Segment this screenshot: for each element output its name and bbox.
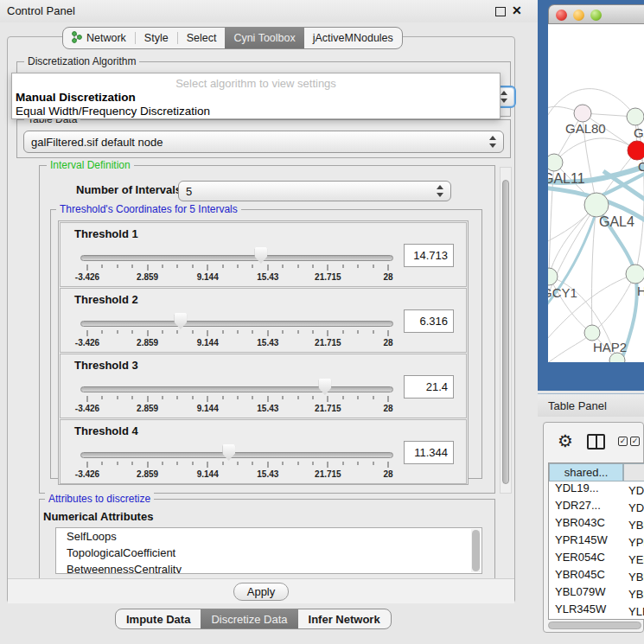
network-view-window: GAL80GACGAL11GAL4GCY1HHAP2 bbox=[538, 0, 644, 391]
table-cell[interactable]: YBR04 bbox=[623, 571, 644, 583]
list-scrollbar[interactable] bbox=[471, 529, 481, 572]
dropdown-option-manual[interactable]: Manual Discretization bbox=[16, 91, 136, 104]
gear-icon[interactable]: ⚙ bbox=[558, 431, 573, 450]
zoom-traffic-light-icon[interactable] bbox=[590, 10, 602, 21]
table-cell[interactable]: YDR27... bbox=[549, 499, 623, 512]
horizontal-scrollbar[interactable] bbox=[548, 622, 641, 630]
table-cell[interactable]: YLR34 bbox=[623, 605, 644, 618]
slider-tick bbox=[207, 330, 208, 336]
table-cell[interactable]: YDL19... bbox=[549, 481, 623, 494]
threshold-value-field[interactable]: 14.713 bbox=[404, 244, 454, 267]
table-row[interactable]: YBL079WYBL07 bbox=[549, 585, 644, 603]
table-row[interactable]: YER054CYER05 bbox=[549, 551, 644, 568]
network-node-partial-right[interactable] bbox=[626, 265, 644, 284]
slider-tick bbox=[163, 265, 163, 268]
tab-style[interactable]: Style bbox=[136, 28, 177, 48]
checkbox-icon[interactable]: ✓ bbox=[618, 437, 628, 446]
list-item[interactable]: SelfLoops bbox=[56, 528, 481, 545]
table-row[interactable]: YLR345WYLR34 bbox=[549, 603, 644, 620]
minimize-traffic-light-icon[interactable] bbox=[573, 10, 584, 21]
panel-title: Control Panel bbox=[7, 4, 75, 17]
slider-handle[interactable] bbox=[254, 247, 267, 264]
slider-tick-label: 2.859 bbox=[137, 272, 158, 282]
close-traffic-light-icon[interactable] bbox=[556, 10, 567, 21]
table-cell[interactable]: YPR145W bbox=[549, 533, 623, 546]
tab-cyni-toolbox[interactable]: Cyni Toolbox bbox=[225, 28, 303, 48]
column-header-name[interactable]: n... bbox=[623, 463, 644, 481]
network-node-GAL11[interactable] bbox=[548, 154, 563, 171]
slider-handle[interactable] bbox=[174, 313, 187, 329]
table-cell[interactable]: YER054C bbox=[549, 551, 623, 564]
slider-tick bbox=[192, 330, 193, 334]
network-window-titlebar[interactable] bbox=[548, 4, 644, 24]
table-cell[interactable]: YER05 bbox=[623, 553, 644, 566]
slider-tick bbox=[283, 462, 284, 465]
close-icon[interactable]: ✕ bbox=[512, 3, 522, 17]
column-split-icon[interactable] bbox=[587, 434, 605, 450]
table-cell[interactable]: YBR043C bbox=[549, 516, 623, 529]
table-cell[interactable]: YLR345W bbox=[549, 603, 623, 615]
table-cell[interactable]: YPR14 bbox=[623, 536, 644, 549]
scrollbar-thumb[interactable] bbox=[548, 622, 641, 629]
dropdown-option-equal-width[interactable]: Equal Width/Frequency Discretization bbox=[16, 105, 210, 118]
network-node-label: GAL80 bbox=[565, 121, 606, 136]
table-cell[interactable]: YBL07 bbox=[623, 588, 644, 601]
slider-tick bbox=[283, 396, 284, 399]
combo-stepper-icon bbox=[437, 185, 444, 197]
slider-tick bbox=[132, 396, 133, 399]
scrollbar-thumb[interactable] bbox=[502, 180, 509, 484]
tab-network-label: Network bbox=[86, 32, 126, 44]
slider-handle[interactable] bbox=[222, 444, 235, 461]
tab-jactivemnodules[interactable]: jActiveMNodules bbox=[304, 28, 402, 48]
threshold-value-field[interactable]: 21.4 bbox=[404, 375, 454, 399]
list-item[interactable]: BetweennessCentrality bbox=[56, 561, 481, 574]
table-cell[interactable]: YBR045C bbox=[549, 568, 623, 581]
float-window-icon[interactable] bbox=[495, 7, 506, 16]
vertical-scrollbar[interactable] bbox=[500, 167, 512, 494]
column-header-shared-name[interactable]: shared... bbox=[549, 463, 623, 481]
slider-tick-label: -3.426 bbox=[75, 404, 99, 413]
tab-network[interactable]: Network bbox=[63, 28, 135, 48]
slider-tick bbox=[177, 265, 178, 268]
slider-tick bbox=[163, 396, 163, 399]
slider-tick bbox=[267, 330, 268, 336]
numerical-attributes-list[interactable]: SelfLoops TopologicalCoefficient Between… bbox=[55, 527, 482, 574]
network-node-HAP2[interactable] bbox=[584, 325, 600, 341]
tab-infer-network[interactable]: Infer Network bbox=[298, 609, 391, 628]
slider-tick bbox=[207, 396, 208, 402]
network-node-partial-top-right[interactable] bbox=[627, 108, 644, 125]
slider-tick-label: 21.715 bbox=[315, 338, 341, 348]
apply-button[interactable]: Apply bbox=[233, 583, 289, 601]
table-data-combobox[interactable]: galFiltered.sif default node bbox=[23, 131, 504, 153]
table-row[interactable]: YPR145WYPR14 bbox=[549, 533, 644, 551]
table-cell[interactable]: YBR04 bbox=[623, 519, 644, 532]
table-row[interactable]: YBR043CYBR04 bbox=[549, 516, 644, 533]
threshold-value-field[interactable]: 11.344 bbox=[404, 441, 454, 464]
threshold-value-field[interactable]: 6.316 bbox=[404, 309, 454, 333]
network-node-GCY1[interactable] bbox=[548, 268, 558, 285]
table-row[interactable]: YDR27...YDR27 bbox=[549, 499, 644, 516]
table-row[interactable]: YDL19...YDL19 bbox=[549, 481, 644, 499]
group-title: Discretization Algorithm bbox=[24, 55, 139, 67]
network-node-GAL4[interactable] bbox=[584, 193, 609, 217]
slider-tick-label: 15.43 bbox=[257, 404, 278, 413]
slider-handle[interactable] bbox=[318, 379, 331, 395]
list-item[interactable]: TopologicalCoefficient bbox=[56, 545, 481, 561]
table-cell[interactable]: YBL079W bbox=[549, 585, 623, 598]
slider-tick bbox=[102, 265, 103, 268]
network-canvas[interactable]: GAL80GACGAL11GAL4GCY1HHAP2 bbox=[548, 24, 644, 362]
cyni-bottom-tabbar: Impute Data Discretize Data Infer Networ… bbox=[115, 609, 392, 629]
table-row[interactable]: YBR045CYBR04 bbox=[549, 568, 644, 585]
tab-select[interactable]: Select bbox=[178, 28, 226, 48]
table-cell[interactable]: YDR27 bbox=[623, 501, 644, 514]
slider-tick bbox=[388, 265, 389, 271]
tab-discretize-data[interactable]: Discretize Data bbox=[201, 609, 297, 628]
network-node-red-node[interactable] bbox=[628, 141, 644, 160]
number-of-intervals-combobox[interactable]: 5 bbox=[178, 181, 451, 201]
checkbox-icon[interactable]: ✓ bbox=[630, 437, 640, 446]
tab-impute-data[interactable]: Impute Data bbox=[116, 609, 201, 628]
slider-tick bbox=[267, 396, 268, 402]
network-edge[interactable] bbox=[548, 205, 596, 322]
table-cell[interactable]: YDL19 bbox=[623, 484, 644, 497]
network-node-GAL80[interactable] bbox=[574, 105, 591, 122]
